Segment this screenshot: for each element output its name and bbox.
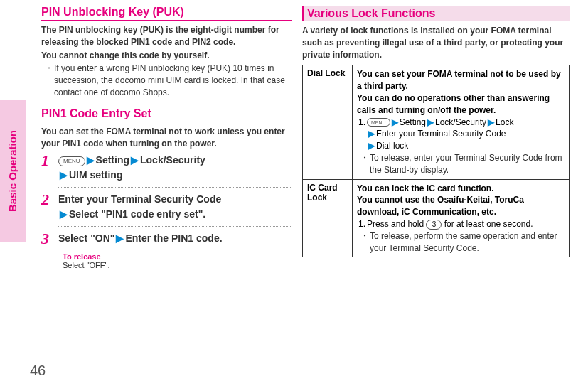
step-num-1: 1 [41,153,58,168]
step-2-l1: Enter your Terminal Security Code [58,193,221,205]
pin1-desc: You can set the FOMA terminal not to wor… [41,126,292,150]
dial-lock-cell: You can set your FOMA terminal not to be… [353,65,570,179]
key-3-icon: 3 [426,220,442,230]
step-num: 1. [358,117,365,152]
step-3: 3 Select "ON"▶Enter the PIN1 code. [41,231,292,247]
separator [58,187,292,188]
dial-lock-b1: You can set your FOMA terminal not to be… [357,68,565,92]
puk-bullet-text: If you enter a wrong PIN unblocking key … [54,63,292,98]
ic-card-lock-label: IC Card Lock [303,179,353,257]
arrow-icon: ▶ [488,117,494,127]
step-2-body: Enter your Terminal Security Code ▶Selec… [58,192,221,222]
ic-step: 1. Press and hold 3 for at least one sec… [358,218,565,230]
step-num: 1. [358,218,365,230]
step-num-2: 2 [41,192,58,208]
dial-lock-b2: You can do no operations other than answ… [357,92,565,117]
bullet-dot: ･ [363,152,367,176]
dial-lock-bullet: ･ To release, enter your Terminal Securi… [363,152,565,176]
step-1-setting: Setting [96,154,129,166]
page-content: PIN Unblocking Key (PUK) The PIN unblock… [41,0,588,386]
puk-desc-2: You cannot change this code by yourself. [41,50,292,62]
step-3-l1: Select "ON" [58,232,114,244]
arrow-icon: ▶ [87,154,95,166]
puk-bullet: ･ If you enter a wrong PIN unblocking ke… [47,63,292,98]
step-2-l2: Select "PIN1 code entry set". [69,208,205,220]
heading-pin1: PIN1 Code Entry Set [41,107,292,122]
ic-press-a: Press and hold [367,219,424,229]
step-num-3: 3 [41,231,58,247]
lock-functions-table: Dial Lock You can set your FOMA terminal… [302,65,570,257]
bullet-dot: ･ [363,230,367,254]
menu-icon: MENU [367,118,390,127]
right-column: Various Lock Functions A variety of lock… [302,6,579,386]
step-1-body: MENU▶Setting▶Lock/Security ▶UIM setting [58,153,205,183]
step-2: 2 Enter your Terminal Security Code ▶Sel… [41,192,292,222]
ic-bullet-text: To release, perform the same operation a… [370,230,565,254]
step-1-lock: Lock/Security [140,154,205,166]
dl-lock: Lock [496,117,513,127]
arrow-icon: ▶ [116,232,124,244]
dl-locksec: Lock/Security [435,117,486,127]
step-3-body: Select "ON"▶Enter the PIN1 code. [58,231,223,246]
sidebar-label: Basic Operation [7,129,19,211]
various-lock-desc: A variety of lock functions is installed… [302,25,570,60]
step-3-l2: Enter the PIN1 code. [125,232,222,244]
dl-setting: Setting [400,117,426,127]
menu-icon: MENU [58,156,85,166]
ic-b2: You cannot use the Osaifu-Keitai, ToruCa… [357,194,565,218]
table-row: IC Card Lock You can lock the IC card fu… [303,179,570,257]
puk-desc-1: The PIN unblocking key (PUK) is the eigh… [41,24,292,48]
step-1-uim: UIM setting [69,169,122,181]
arrow-icon: ▶ [427,117,434,127]
page-number: 46 [30,363,46,379]
arrow-icon: ▶ [392,117,398,127]
ic-step-body: Press and hold 3 for at least one second… [367,218,533,230]
left-column: PIN Unblocking Key (PUK) The PIN unblock… [41,6,302,386]
arrow-icon: ▶ [368,141,375,151]
separator [58,226,292,227]
ic-b1: You can lock the IC card function. [357,183,565,195]
ic-bullet: ･ To release, perform the same operation… [363,230,565,254]
bullet-dot: ･ [47,63,51,98]
dl-enter: Enter your Terminal Security Code [376,129,506,139]
dial-lock-step-body: MENU▶Setting▶Lock/Security▶Lock ▶Enter y… [367,117,513,152]
dial-lock-bullet-text: To release, enter your Terminal Security… [370,152,565,176]
dial-lock-step: 1. MENU▶Setting▶Lock/Security▶Lock ▶Ente… [358,117,565,152]
dl-dial: Dial lock [376,141,408,151]
sidebar-tab: Basic Operation [0,100,26,242]
table-row: Dial Lock You can set your FOMA terminal… [303,65,570,179]
arrow-icon: ▶ [60,169,68,181]
heading-various-lock: Various Lock Functions [302,6,570,21]
arrow-icon: ▶ [131,154,139,166]
release-body: Select "OFF". [63,261,292,269]
arrow-icon: ▶ [368,129,375,139]
heading-puk: PIN Unblocking Key (PUK) [41,6,292,21]
ic-card-lock-cell: You can lock the IC card function. You c… [353,179,570,257]
dial-lock-label: Dial Lock [303,65,353,179]
arrow-icon: ▶ [60,208,68,220]
ic-press-b: for at least one second. [444,219,533,229]
release-title: To release [63,252,292,261]
step-1: 1 MENU▶Setting▶Lock/Security ▶UIM settin… [41,153,292,183]
